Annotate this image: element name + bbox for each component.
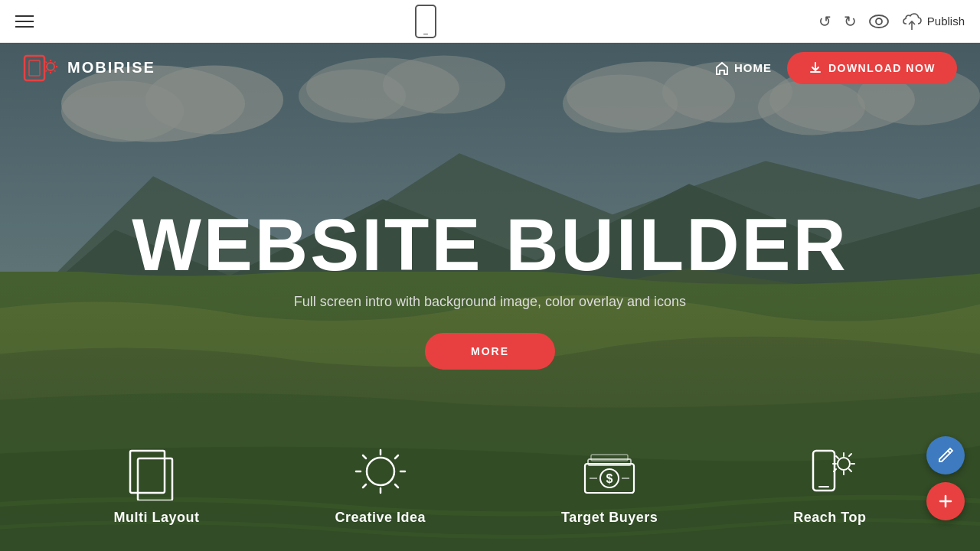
phone-preview[interactable] xyxy=(415,5,436,38)
svg-rect-32 xyxy=(138,458,172,500)
hero-section: MOBIRISE HOME DOWNLOAD NOW xyxy=(0,43,980,551)
main-area: MOBIRISE HOME DOWNLOAD NOW xyxy=(0,43,980,551)
target-buyers-icon: $ xyxy=(579,447,640,500)
toolbar-right: ↺ ↻ Publish xyxy=(818,12,965,31)
feature-label-0: Multi Layout xyxy=(114,510,200,526)
svg-point-22 xyxy=(47,63,54,70)
hamburger-menu[interactable] xyxy=(15,15,34,28)
phone-icon xyxy=(415,5,436,38)
features-row: Multi Layout Creative Idea xyxy=(0,421,980,551)
publish-button[interactable]: Publish xyxy=(901,13,965,30)
svg-rect-49 xyxy=(813,451,835,491)
undo-icon: ↺ xyxy=(818,12,831,31)
publish-label: Publish xyxy=(927,15,965,28)
toolbar: ↺ ↻ Publish xyxy=(0,0,980,43)
logo-text: MOBIRISE xyxy=(67,59,155,77)
redo-button[interactable]: ↻ xyxy=(844,12,857,31)
svg-line-30 xyxy=(46,70,47,72)
feature-label-3: Reach Top xyxy=(793,510,866,526)
creative-idea-icon xyxy=(350,447,411,500)
svg-line-41 xyxy=(363,484,366,487)
home-nav-link[interactable]: HOME xyxy=(714,60,772,76)
logo-icon xyxy=(23,53,60,83)
toolbar-center xyxy=(415,5,436,38)
svg-line-27 xyxy=(46,61,47,63)
svg-line-28 xyxy=(54,70,56,72)
svg-line-56 xyxy=(836,456,838,458)
svg-line-29 xyxy=(54,61,56,63)
preview-button[interactable] xyxy=(869,15,889,28)
feature-multi-layout: Multi Layout xyxy=(114,447,200,526)
hero-subtitle: Full screen intro with background image,… xyxy=(49,294,931,310)
feature-creative-idea: Creative Idea xyxy=(335,447,426,526)
svg-point-0 xyxy=(870,15,888,28)
svg-line-39 xyxy=(395,484,398,487)
svg-line-57 xyxy=(849,469,851,471)
redo-icon: ↻ xyxy=(844,12,857,31)
svg-point-1 xyxy=(876,18,882,24)
logo[interactable]: MOBIRISE xyxy=(23,53,155,83)
more-button[interactable]: MORE xyxy=(425,333,555,370)
feature-label-2: Target Buyers xyxy=(561,510,658,526)
plus-icon xyxy=(937,493,954,510)
svg-point-51 xyxy=(838,458,850,470)
nav-right: HOME DOWNLOAD NOW xyxy=(714,52,957,84)
download-label: DOWNLOAD NOW xyxy=(828,62,936,74)
undo-button[interactable]: ↺ xyxy=(818,12,831,31)
svg-rect-20 xyxy=(29,60,40,76)
multi-layout-icon xyxy=(126,447,188,500)
svg-line-40 xyxy=(395,455,398,458)
cloud-upload-icon xyxy=(901,13,923,30)
feature-reach-top: Reach Top xyxy=(793,447,866,526)
svg-text:$: $ xyxy=(606,472,613,485)
download-icon xyxy=(808,61,822,75)
toolbar-left xyxy=(15,15,34,28)
eye-icon xyxy=(869,15,889,28)
svg-rect-19 xyxy=(24,56,44,80)
hero-title: WEBSITE BUILDER xyxy=(49,208,931,282)
home-label: HOME xyxy=(734,61,772,74)
pencil-icon xyxy=(937,447,954,464)
svg-point-33 xyxy=(367,458,394,485)
nav-bar: MOBIRISE HOME DOWNLOAD NOW xyxy=(0,43,980,93)
svg-line-58 xyxy=(849,454,851,456)
svg-rect-31 xyxy=(130,451,165,493)
hero-content: WEBSITE BUILDER Full screen intro with b… xyxy=(49,208,931,370)
download-button[interactable]: DOWNLOAD NOW xyxy=(787,52,957,84)
reach-top-icon xyxy=(799,447,861,500)
feature-target-buyers: $ Target Buyers xyxy=(561,447,658,526)
fab-blue-button[interactable] xyxy=(926,436,965,474)
fab-red-button[interactable] xyxy=(926,482,965,520)
svg-line-38 xyxy=(363,455,366,458)
feature-label-1: Creative Idea xyxy=(335,510,426,526)
home-icon xyxy=(714,60,730,76)
